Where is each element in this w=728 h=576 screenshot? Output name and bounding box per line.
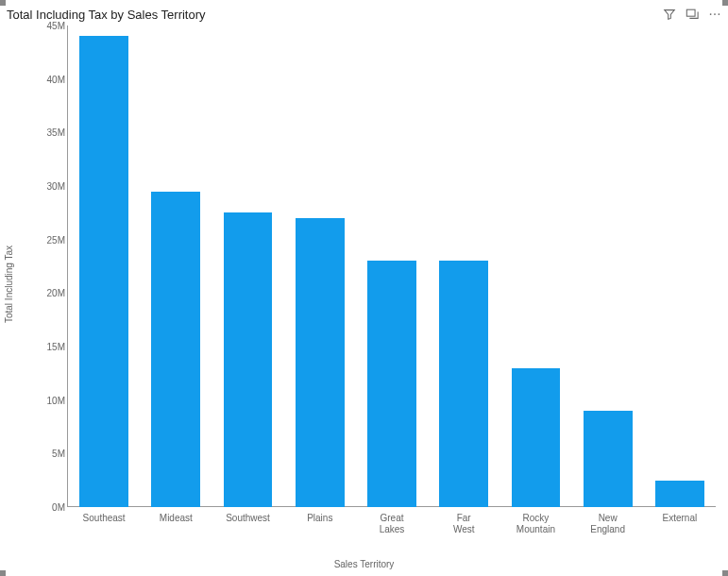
bar[interactable] xyxy=(296,218,345,507)
x-axis-tick-label: Southeast xyxy=(83,513,126,524)
x-axis-tick-label: External xyxy=(663,513,698,524)
chart-plot-area: Total Including Tax 0M5M10M15M20M25M30M3… xyxy=(12,20,721,549)
more-options-icon[interactable] xyxy=(708,8,721,21)
bar[interactable] xyxy=(439,261,488,507)
y-axis-tick: 0M xyxy=(33,502,65,513)
chart-toolbar xyxy=(663,8,721,21)
bar-slot: Far West xyxy=(428,25,499,507)
bar-slot: New England xyxy=(572,25,644,507)
y-axis-tick: 40M xyxy=(33,74,65,84)
bar[interactable] xyxy=(224,212,273,507)
x-axis-title: Sales Territory xyxy=(334,559,395,569)
bar[interactable] xyxy=(367,261,416,507)
bar-slot: Great Lakes xyxy=(356,25,428,507)
y-axis-tick: 15M xyxy=(33,342,65,352)
bar-slot: Plains xyxy=(284,25,356,507)
x-axis-tick-label: Southwest xyxy=(226,513,270,524)
bar-slot: Southwest xyxy=(212,25,283,507)
x-axis-tick-label: Far West xyxy=(446,513,482,535)
focus-mode-icon[interactable] xyxy=(686,8,699,21)
selection-handle-bottom-left[interactable] xyxy=(0,570,6,576)
bar[interactable] xyxy=(151,192,200,507)
selection-handle-top-right[interactable] xyxy=(722,0,728,6)
x-axis-tick-label: Plains xyxy=(307,513,332,524)
y-axis-tick: 30M xyxy=(33,181,65,192)
selection-handle-top-left[interactable] xyxy=(0,0,6,6)
y-axis-tick: 20M xyxy=(33,288,65,298)
y-axis-tick: 25M xyxy=(33,234,65,245)
y-axis-tick: 5M xyxy=(33,449,65,459)
y-axis: 0M5M10M15M20M25M30M35M40M45M xyxy=(33,25,65,507)
svg-point-3 xyxy=(719,13,720,15)
y-axis-tick: 10M xyxy=(33,395,65,405)
bar-slot: External xyxy=(644,25,716,507)
x-axis-tick-label: Great Lakes xyxy=(374,513,410,535)
filter-icon[interactable] xyxy=(663,8,676,21)
y-axis-title: Total Including Tax xyxy=(4,246,14,323)
svg-point-2 xyxy=(714,13,716,15)
svg-point-1 xyxy=(710,13,712,15)
bar-slot: Rocky Mountain xyxy=(499,25,571,507)
svg-rect-0 xyxy=(686,9,695,16)
chart-visual-container: Total Including Tax by Sales Territory T… xyxy=(0,0,728,576)
y-axis-tick: 45M xyxy=(33,21,65,31)
bar[interactable] xyxy=(584,411,633,507)
y-axis-tick: 35M xyxy=(33,127,65,138)
bar[interactable] xyxy=(79,36,128,507)
bar[interactable] xyxy=(512,368,561,507)
x-axis-tick-label: Mideast xyxy=(160,513,193,524)
x-axis-tick-label: New England xyxy=(590,513,626,535)
bar-slot: Southeast xyxy=(68,25,140,507)
chart-bars[interactable]: SoutheastMideastSouthwestPlainsGreat Lak… xyxy=(68,25,716,507)
bar[interactable] xyxy=(655,481,704,507)
bar-slot: Mideast xyxy=(140,25,212,507)
selection-handle-bottom-right[interactable] xyxy=(722,570,728,576)
x-axis-tick-label: Rocky Mountain xyxy=(516,513,555,535)
